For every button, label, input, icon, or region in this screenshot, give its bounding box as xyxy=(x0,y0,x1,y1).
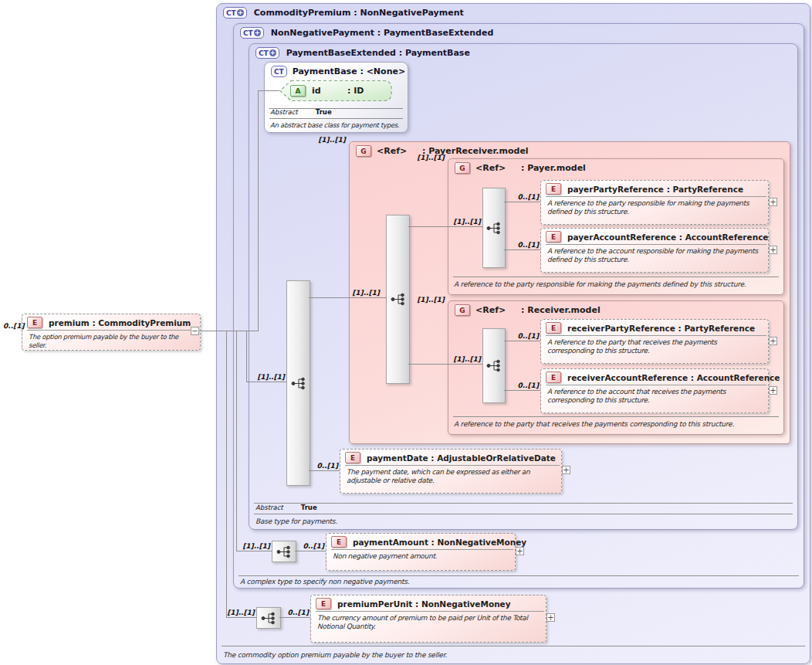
sequence-bar-payment-base-extended[interactable] xyxy=(286,280,310,486)
connector-line xyxy=(236,551,272,551)
footer-divider xyxy=(453,416,779,417)
cardinality-receiver-group: [1]..[1] xyxy=(411,296,445,304)
derived-plus-icon: + xyxy=(254,29,261,36)
element-description: A reference to the account that receives… xyxy=(547,388,764,405)
connector-line xyxy=(246,382,286,382)
divider xyxy=(546,335,766,336)
attribute-type: : ID xyxy=(347,86,364,96)
element-description: The option premium payable by the buyer … xyxy=(29,333,196,350)
connector-line xyxy=(258,90,259,331)
derived-plus-icon: + xyxy=(237,9,244,16)
non-negative-payment-annotation: A complex type to specify non negative p… xyxy=(240,578,410,585)
footer-divider xyxy=(254,514,793,514)
cardinality-payment-amount: 0..[1] xyxy=(299,542,324,550)
element-receiver-party-reference[interactable]: E receiverPartyReference : PartyReferenc… xyxy=(540,319,769,364)
expand-toggle-payer-party-reference[interactable]: + xyxy=(769,198,777,206)
collapse-toggle-premium[interactable]: − xyxy=(191,327,199,335)
group-ref-name: <Ref> xyxy=(475,163,516,173)
connector-line xyxy=(408,226,482,227)
element-icon: E xyxy=(316,598,331,609)
attribute-id[interactable]: A id : ID xyxy=(278,80,394,102)
abstract-divider xyxy=(254,503,793,504)
payment-base-annotation: An abstract base class for payment types… xyxy=(270,121,399,129)
element-payer-party-reference[interactable]: E payerPartyReference : PartyReference A… xyxy=(540,180,769,225)
abstract-row: Abstract True xyxy=(255,498,317,513)
cardinality-premium: 0..[1] xyxy=(3,322,25,330)
element-payment-amount[interactable]: E paymentAmount : NonNegativeMoney Non n… xyxy=(326,533,516,571)
element-description: A reference to the party responsible for… xyxy=(547,199,764,216)
connector-line xyxy=(199,331,258,331)
divider xyxy=(546,244,766,245)
payment-base-extended-annotation: Base type for payments. xyxy=(255,517,337,525)
element-receiver-account-reference[interactable]: E receiverAccountReference : AccountRefe… xyxy=(540,368,769,413)
sequence-icon xyxy=(486,359,502,372)
element-icon: E xyxy=(546,231,561,243)
connector-line xyxy=(226,617,256,618)
sequence-bar-receiver[interactable] xyxy=(482,328,506,403)
sequence-icon xyxy=(486,222,502,235)
connector-line xyxy=(408,364,482,365)
element-description: A reference to the account responsible f… xyxy=(547,247,764,264)
footer-divider xyxy=(222,646,805,646)
cardinality-payer-sequence: [1]..[1] xyxy=(448,218,481,226)
xsd-diagram: CT+ CommodityPremium : NonNegativePaymen… xyxy=(0,0,812,665)
element-icon: E xyxy=(27,317,42,328)
complextype-payment-base-title: PaymentBase : <None> xyxy=(293,66,405,76)
sequence-bar-payer[interactable] xyxy=(482,188,506,268)
cardinality-payer-receiver-sequence: [1]..[1] xyxy=(346,289,380,297)
element-premium[interactable]: E premium : CommodityPremium The option … xyxy=(22,314,201,351)
complextype-commodity-premium-title: CommodityPremium : NonNegativePayment xyxy=(254,8,464,18)
expand-toggle-payment-date[interactable]: + xyxy=(562,466,570,474)
connector-line xyxy=(504,341,540,341)
element-payer-account-reference[interactable]: E payerAccountReference : AccountReferen… xyxy=(540,228,769,273)
element-title: payerPartyReference : PartyReference xyxy=(567,185,743,194)
element-icon: E xyxy=(345,452,360,463)
connector-line xyxy=(309,470,340,471)
expand-toggle-receiver-account-reference[interactable]: + xyxy=(769,386,777,395)
element-title: receiverAccountReference : AccountRefere… xyxy=(567,373,780,382)
connector-line xyxy=(504,390,540,391)
cardinality-cp-sequence: [1]..[1] xyxy=(222,609,255,616)
element-premium-per-unit[interactable]: E premiumPerUnit : NonNegativeMoney The … xyxy=(310,595,546,643)
commodity-premium-annotation: The commodity option premium payable by … xyxy=(223,651,447,659)
cardinality-receiver-sequence: [1]..[1] xyxy=(448,355,481,363)
element-icon: E xyxy=(546,322,561,334)
sequence-icon xyxy=(261,612,276,625)
attribute-icon: A xyxy=(290,85,306,97)
group-icon: G xyxy=(455,304,470,316)
footer-divider xyxy=(453,277,779,277)
element-icon: E xyxy=(546,372,561,383)
expand-toggle-payment-amount[interactable]: + xyxy=(516,547,524,555)
cardinality-receiver-party-reference: 0..[1] xyxy=(506,332,539,340)
complextype-non-negative-payment-title: NonNegativePayment : PaymentBaseExtended xyxy=(271,28,494,38)
expand-toggle-receiver-party-reference[interactable]: + xyxy=(769,337,777,345)
cardinality-payer-account-reference: 0..[1] xyxy=(506,241,539,249)
cardinality-payer-receiver-group: [1]..[1] xyxy=(312,136,346,144)
connector-line xyxy=(504,202,540,202)
element-description: The payment date, which can be expressed… xyxy=(347,468,557,485)
sequence-icon-commodity-premium[interactable] xyxy=(256,607,281,629)
cardinality-receiver-account-reference: 0..[1] xyxy=(506,382,539,389)
expand-toggle-payer-account-reference[interactable]: + xyxy=(769,246,777,254)
element-payment-date[interactable]: E paymentDate : AdjustableOrRelativeDate… xyxy=(340,449,562,494)
cardinality-payer-group: [1]..[1] xyxy=(411,154,445,161)
sequence-icon-non-negative-payment[interactable] xyxy=(272,541,296,562)
attribute-name: id xyxy=(312,86,341,96)
connector-line xyxy=(226,331,227,618)
cardinality-payment-date: 0..[1] xyxy=(304,462,338,470)
connector-line xyxy=(236,331,237,551)
sequence-icon xyxy=(291,377,306,390)
element-icon: E xyxy=(546,183,561,195)
connector-line xyxy=(309,297,386,298)
sequence-bar-payer-receiver[interactable] xyxy=(386,215,410,384)
expand-toggle-premium-per-unit[interactable]: + xyxy=(546,613,555,622)
complex-type-derived-icon: CT+ xyxy=(240,27,264,39)
footer-divider xyxy=(239,575,799,576)
connector-line xyxy=(295,551,326,551)
cardinality-premium-per-unit: 0..[1] xyxy=(284,609,309,616)
element-title: paymentDate : AdjustableOrRelativeDate xyxy=(367,453,556,463)
connector-line xyxy=(258,90,279,91)
complex-type-icon: CT xyxy=(271,66,287,77)
derived-plus-icon: + xyxy=(269,49,276,56)
element-description: A reference to the party that receives t… xyxy=(547,338,764,355)
